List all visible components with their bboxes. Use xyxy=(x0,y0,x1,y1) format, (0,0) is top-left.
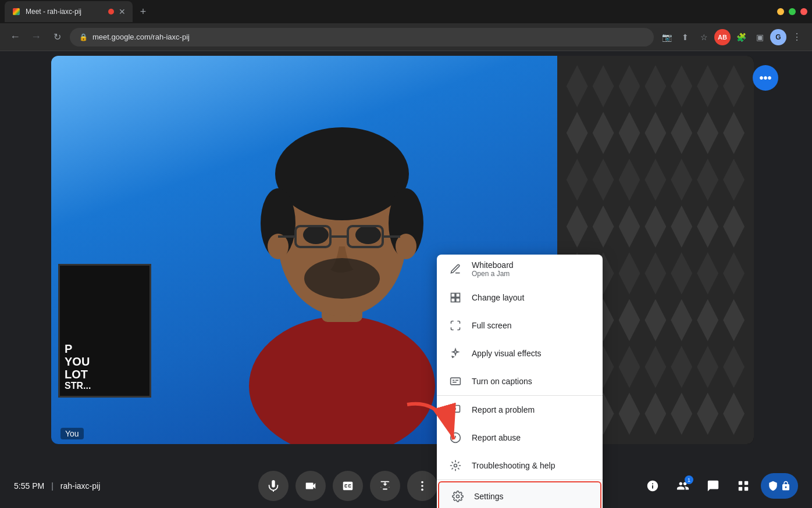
whiteboard-icon xyxy=(448,262,462,276)
svg-point-34 xyxy=(421,489,423,491)
tab-favicon xyxy=(12,7,21,16)
menu-item-troubleshooting[interactable]: Troubleshooting & help xyxy=(437,452,603,480)
mic-icon xyxy=(267,480,280,492)
svg-point-29 xyxy=(454,464,457,467)
lock-activities-button[interactable] xyxy=(761,473,798,499)
more-button[interactable] xyxy=(407,471,437,501)
info-button[interactable] xyxy=(640,473,665,499)
share-icon[interactable]: ⬆ xyxy=(677,29,693,45)
bookmark-icon[interactable]: ☆ xyxy=(696,29,712,45)
separator: | xyxy=(51,481,54,491)
svg-rect-17 xyxy=(456,294,460,298)
svg-rect-37 xyxy=(739,487,742,491)
arrow-svg xyxy=(396,393,465,451)
new-tab-button[interactable]: + xyxy=(135,3,151,20)
present-button[interactable] xyxy=(370,471,400,501)
svg-point-33 xyxy=(421,485,423,487)
menu-item-full-screen[interactable]: Full screen xyxy=(437,312,603,339)
svg-rect-18 xyxy=(451,298,455,302)
menu-item-settings[interactable]: Settings xyxy=(438,481,601,508)
svg-point-32 xyxy=(421,481,423,484)
camera-toolbar-icon[interactable]: 📷 xyxy=(658,29,675,45)
captions-toolbar-icon xyxy=(341,480,354,492)
reload-button[interactable]: ↻ xyxy=(49,29,65,45)
camera-button[interactable] xyxy=(295,471,326,501)
lock-icon xyxy=(781,481,791,491)
svg-point-8 xyxy=(303,226,329,244)
toolbar-icons: 📷 ⬆ ☆ AB 🧩 ▣ G ⋮ xyxy=(658,29,805,45)
meeting-info: 5:55 PM | rah-iaxc-pij xyxy=(14,481,100,491)
info-icon xyxy=(646,480,659,492)
shield-icon xyxy=(768,481,778,491)
address-bar: ← → ↻ 🔒 meet.google.com/rah-iaxc-pij 📷 ⬆… xyxy=(0,23,812,51)
context-menu: Whiteboard Open a Jam Change layout Full… xyxy=(437,255,603,508)
mic-button[interactable] xyxy=(258,471,289,501)
you-label: You xyxy=(60,428,84,439)
browser-chrome: Meet - rah-iaxc-pij ✕ + ← → ↻ 🔒 meet.goo… xyxy=(0,0,812,51)
tab-title: Meet - rah-iaxc-pij xyxy=(26,8,104,16)
visual-effects-icon xyxy=(448,346,462,360)
whiteboard-sublabel: Open a Jam xyxy=(472,270,514,278)
svg-point-3 xyxy=(275,127,409,220)
present-icon xyxy=(379,480,391,492)
meeting-id: rah-iaxc-pij xyxy=(60,481,100,491)
captions-icon xyxy=(448,374,462,388)
menu-item-whiteboard[interactable]: Whiteboard Open a Jam xyxy=(437,255,603,284)
report-abuse-label: Report abuse xyxy=(472,433,521,442)
more-options-button[interactable]: ••• xyxy=(753,65,778,91)
svg-rect-38 xyxy=(745,487,748,491)
camera-icon xyxy=(304,480,317,492)
extensions-icon[interactable]: 🧩 xyxy=(733,29,749,45)
lock-icon: 🔒 xyxy=(79,33,88,41)
people-badge: 1 xyxy=(685,475,693,484)
report-problem-label: Report a problem xyxy=(472,405,535,414)
whiteboard-text: Whiteboard Open a Jam xyxy=(472,260,514,278)
window-close[interactable] xyxy=(800,8,807,15)
sign-board: P YOU LOT STR... xyxy=(58,264,151,398)
menu-item-visual-effects[interactable]: Apply visual effects xyxy=(437,339,603,367)
menu-item-change-layout[interactable]: Change layout xyxy=(437,284,603,312)
change-layout-icon xyxy=(448,291,462,305)
menu-item-captions[interactable]: Turn on captions xyxy=(437,367,603,396)
captions-label: Turn on captions xyxy=(472,377,532,386)
window-maximize[interactable] xyxy=(789,8,796,15)
settings-icon xyxy=(451,489,465,503)
url-bar[interactable]: 🔒 meet.google.com/rah-iaxc-pij xyxy=(70,28,654,46)
time-display: 5:55 PM xyxy=(14,481,44,491)
svg-point-9 xyxy=(355,226,381,244)
change-layout-label: Change layout xyxy=(472,293,524,302)
svg-rect-35 xyxy=(739,481,742,485)
captions-button[interactable] xyxy=(333,471,363,501)
sidebar-icon[interactable]: ▣ xyxy=(752,29,768,45)
forward-button[interactable]: → xyxy=(28,29,44,45)
main-content: P YOU LOT STR... You ••• Whiteboard Open… xyxy=(0,51,812,508)
tab-bar: Meet - rah-iaxc-pij ✕ + xyxy=(0,0,812,23)
svg-rect-16 xyxy=(451,294,455,298)
full-screen-icon xyxy=(448,319,462,332)
tab-close-icon[interactable]: ✕ xyxy=(119,7,126,16)
people-button[interactable]: 1 xyxy=(670,473,696,499)
more-icon xyxy=(416,480,429,492)
svg-point-30 xyxy=(457,495,460,498)
svg-point-15 xyxy=(304,258,380,299)
active-tab[interactable]: Meet - rah-iaxc-pij ✕ xyxy=(5,1,133,22)
chat-icon xyxy=(707,480,720,492)
whiteboard-label: Whiteboard xyxy=(472,260,514,270)
profile-icon[interactable]: G xyxy=(770,29,786,45)
arrow-indicator xyxy=(396,393,465,453)
troubleshooting-icon xyxy=(448,459,462,473)
more-dots-icon: ••• xyxy=(759,71,771,85)
chat-button[interactable] xyxy=(700,473,726,499)
right-toolbar: 1 xyxy=(640,473,798,499)
activities-button[interactable] xyxy=(731,473,756,499)
full-screen-label: Full screen xyxy=(472,321,511,330)
video-container: P YOU LOT STR... You xyxy=(51,56,754,444)
svg-rect-20 xyxy=(451,378,461,385)
adblock-icon[interactable]: AB xyxy=(714,29,731,45)
menu-icon[interactable]: ⋮ xyxy=(789,29,805,45)
settings-label: Settings xyxy=(474,492,504,501)
window-minimize[interactable] xyxy=(777,8,784,15)
back-button[interactable]: ← xyxy=(7,29,23,45)
svg-rect-19 xyxy=(456,298,460,302)
visual-effects-label: Apply visual effects xyxy=(472,349,542,358)
